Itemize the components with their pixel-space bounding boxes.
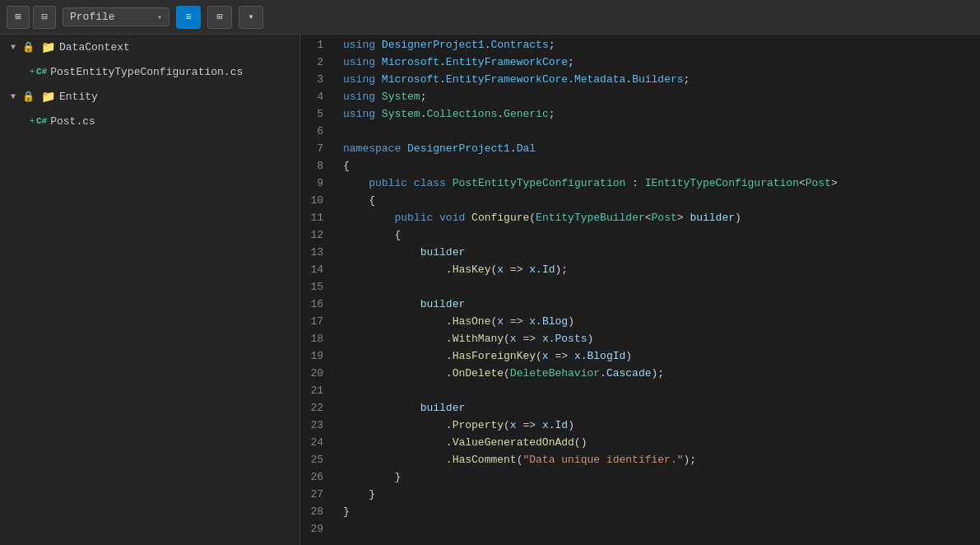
code-line: .HasKey(x => x.Id); bbox=[340, 261, 980, 278]
code-line: { bbox=[340, 226, 980, 244]
profile-label: Profile bbox=[70, 11, 115, 23]
line-number: 16 bbox=[300, 296, 330, 313]
code-line: .HasForeignKey(x => x.BlogId) bbox=[340, 347, 980, 365]
code-line: public class PostEntityTypeConfiguration… bbox=[340, 175, 980, 192]
code-line: using DesignerProject1.Contracts; bbox=[340, 36, 980, 54]
view-list-btn[interactable]: ≡ bbox=[176, 6, 201, 29]
code-line bbox=[340, 123, 980, 140]
main-area: ▼ 🔒 📁 DataContext + C# PostEntityTypeCon… bbox=[0, 35, 980, 545]
line-number: 22 bbox=[300, 399, 330, 417]
code-line: .WithMany(x => x.Posts) bbox=[340, 330, 980, 347]
line-number: 12 bbox=[300, 226, 330, 244]
code-line: .Property(x => x.Id) bbox=[340, 417, 980, 434]
line-number: 5 bbox=[300, 105, 330, 123]
code-line bbox=[340, 520, 980, 538]
code-line: .OnDelete(DeleteBehavior.Cascade); bbox=[340, 365, 980, 382]
cs-type-icon: C# bbox=[36, 67, 47, 77]
code-line: using Microsoft.EntityFrameworkCore.Meta… bbox=[340, 71, 980, 88]
folder-icon-entity: 📁 bbox=[39, 90, 56, 104]
line-number: 17 bbox=[300, 313, 330, 330]
line-number: 3 bbox=[300, 71, 330, 88]
line-number: 19 bbox=[300, 347, 330, 365]
split-icon: ⊟ bbox=[41, 11, 47, 23]
lock-icon-entity: 🔒 bbox=[20, 91, 36, 103]
code-editor[interactable]: 1234567891011121314151617181920212223242… bbox=[300, 35, 980, 545]
profile-dropdown[interactable]: Profile ▾ bbox=[63, 7, 170, 26]
code-lines: using DesignerProject1.Contracts;using M… bbox=[340, 35, 980, 545]
line-number: 24 bbox=[300, 434, 330, 451]
lock-icon: 🔒 bbox=[20, 41, 36, 54]
code-line: using System.Collections.Generic; bbox=[340, 105, 980, 123]
code-line bbox=[340, 278, 980, 296]
line-number: 23 bbox=[300, 417, 330, 434]
line-number: 25 bbox=[300, 451, 330, 468]
view-tree-btn[interactable]: ⊞ bbox=[207, 6, 232, 29]
code-container: 1234567891011121314151617181920212223242… bbox=[300, 35, 980, 545]
code-line: } bbox=[340, 468, 980, 486]
code-line: public void Configure(EntityTypeBuilder<… bbox=[340, 209, 980, 226]
code-line: builder bbox=[340, 296, 980, 313]
grid-icon: ⊞ bbox=[15, 11, 21, 23]
code-line: } bbox=[340, 486, 980, 503]
line-numbers: 1234567891011121314151617181920212223242… bbox=[300, 35, 340, 545]
code-line: .HasOne(x => x.Blog) bbox=[340, 313, 980, 330]
line-number: 18 bbox=[300, 330, 330, 347]
plus-icon: + bbox=[30, 68, 35, 77]
line-number: 2 bbox=[300, 54, 330, 71]
cs-type-icon-post: C# bbox=[36, 116, 47, 126]
line-number: 6 bbox=[300, 123, 330, 140]
post-label: Post.cs bbox=[50, 115, 95, 128]
tree-view-icon: ⊞ bbox=[216, 11, 222, 23]
icon-btn-2[interactable]: ⊟ bbox=[33, 6, 56, 29]
line-number: 13 bbox=[300, 244, 330, 261]
line-number: 14 bbox=[300, 261, 330, 278]
sidebar-item-post[interactable]: + C# Post.cs bbox=[0, 109, 300, 133]
code-line: builder bbox=[340, 244, 980, 261]
line-number: 15 bbox=[300, 278, 330, 296]
line-number: 26 bbox=[300, 468, 330, 486]
code-line: .ValueGeneratedOnAdd() bbox=[340, 434, 980, 451]
line-number: 1 bbox=[300, 36, 330, 54]
plus-icon-post: + bbox=[30, 117, 35, 126]
datacontext-label: DataContext bbox=[59, 41, 130, 54]
icon-btn-1[interactable]: ⊞ bbox=[7, 6, 30, 29]
line-number: 4 bbox=[300, 88, 330, 105]
line-number: 27 bbox=[300, 486, 330, 503]
code-line: { bbox=[340, 157, 980, 175]
folder-icon: 📁 bbox=[39, 40, 56, 54]
code-line: namespace DesignerProject1.Dal bbox=[340, 140, 980, 157]
line-number: 29 bbox=[300, 520, 330, 538]
code-line: builder bbox=[340, 399, 980, 417]
sidebar-item-datacontext[interactable]: ▼ 🔒 📁 DataContext bbox=[0, 35, 300, 59]
line-number: 7 bbox=[300, 140, 330, 157]
line-number: 21 bbox=[300, 382, 330, 399]
entity-label: Entity bbox=[59, 91, 98, 103]
sidebar: ▼ 🔒 📁 DataContext + C# PostEntityTypeCon… bbox=[0, 35, 300, 545]
chevron-down-icon: ▾ bbox=[157, 12, 162, 22]
expand-icon-entity: ▼ bbox=[7, 92, 20, 101]
code-line: using System; bbox=[340, 88, 980, 105]
code-line: } bbox=[340, 503, 980, 520]
toolbar: ⊞ ⊟ Profile ▾ ≡ ⊞ ▾ bbox=[0, 0, 980, 35]
list-view-icon: ≡ bbox=[185, 12, 191, 23]
arrow-icon: ▾ bbox=[248, 11, 253, 23]
code-line: using Microsoft.EntityFrameworkCore; bbox=[340, 54, 980, 71]
expand-icon: ▼ bbox=[7, 43, 20, 52]
code-line bbox=[340, 382, 980, 399]
sidebar-item-entity[interactable]: ▼ 🔒 📁 Entity bbox=[0, 84, 300, 109]
line-number: 10 bbox=[300, 192, 330, 209]
line-number: 11 bbox=[300, 209, 330, 226]
line-number: 28 bbox=[300, 503, 330, 520]
line-number: 20 bbox=[300, 365, 330, 382]
line-number: 8 bbox=[300, 157, 330, 175]
line-number: 9 bbox=[300, 175, 330, 192]
sidebar-item-postentitytypeconfiguration[interactable]: + C# PostEntityTypeConfiguration.cs bbox=[0, 59, 300, 84]
code-line: { bbox=[340, 192, 980, 209]
toolbar-icon-group: ⊞ ⊟ bbox=[7, 6, 56, 29]
postentitytypeconfiguration-label: PostEntityTypeConfiguration.cs bbox=[50, 66, 243, 78]
code-line: .HasComment("Data unique identifier."); bbox=[340, 451, 980, 468]
view-arrow-btn[interactable]: ▾ bbox=[239, 6, 263, 29]
